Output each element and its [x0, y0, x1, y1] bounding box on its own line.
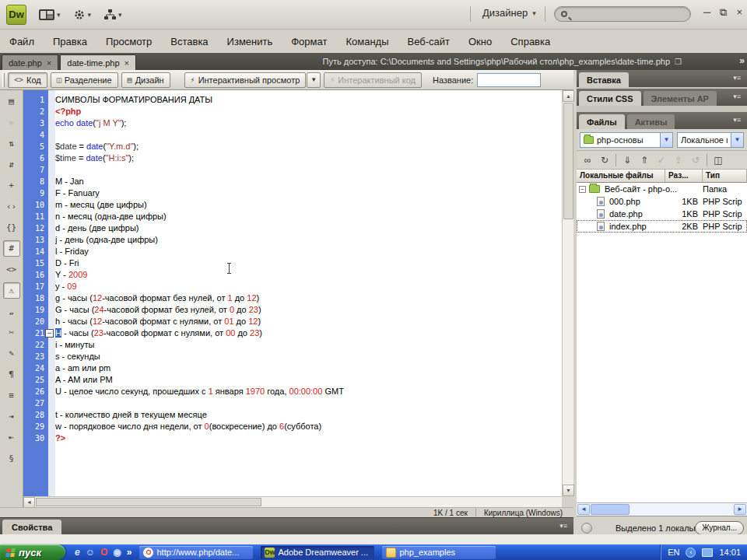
ie-icon[interactable]: e — [75, 544, 80, 560]
live-view-button[interactable]: ⚡ Интерактивный просмотр — [184, 72, 307, 88]
layout-switcher-icon[interactable]: ▾ — [39, 9, 61, 21]
line-numbers-button[interactable]: # — [3, 240, 20, 257]
extend-gear-icon[interactable]: ▾ — [73, 9, 92, 21]
menu-item[interactable]: Справка — [510, 36, 550, 47]
taskbar-task-dreamweaver[interactable]: DwAdobe Dreamweaver ... — [261, 546, 374, 559]
file-tree-row[interactable]: 000.php1KBPHP Scrip — [577, 195, 747, 208]
collapse-selection-button[interactable]: ⇵ — [3, 156, 20, 173]
tab-close-icon[interactable]: × — [124, 58, 129, 68]
scroll-right-button[interactable]: ► — [734, 504, 746, 515]
format-source-code-button[interactable]: § — [3, 450, 20, 467]
tab-css-styles[interactable]: Стили CSS — [579, 91, 641, 106]
collapse-marker-icon[interactable]: − — [45, 329, 54, 338]
live-view-options-arrow[interactable]: ▼ — [307, 72, 321, 88]
scroll-left-button[interactable]: ◄ — [577, 504, 590, 515]
file-tree-row[interactable]: date.php1KBPHP Scrip — [577, 208, 747, 220]
refresh-button[interactable]: ↻ — [597, 152, 612, 167]
column-header[interactable]: Локальные файлы — [577, 170, 665, 183]
highlight-invalid-code-button[interactable]: <> — [3, 261, 20, 278]
display-tray-icon[interactable] — [702, 548, 713, 557]
window-icon[interactable]: ❐ — [675, 58, 682, 66]
scroll-thumb[interactable] — [36, 498, 261, 506]
close-button[interactable]: × — [736, 6, 742, 19]
design-view-button[interactable]: ▤Дизайн — [121, 72, 170, 88]
menu-item[interactable]: Изменить — [227, 36, 273, 47]
expand-collapse-button[interactable]: ◫ — [710, 152, 726, 167]
wrap-tag-button[interactable]: ✎ — [3, 345, 20, 362]
workspace-switcher[interactable]: Дизайнер ▾ — [482, 7, 536, 19]
globe-icon[interactable]: ◉ — [113, 544, 121, 560]
view-select[interactable]: Локальное г ▼ — [677, 132, 744, 148]
dreamweaver-logo-icon[interactable]: Dw — [6, 5, 26, 25]
site-manager-icon[interactable]: ▾ — [103, 9, 122, 21]
tab-assets[interactable]: Активы — [627, 114, 675, 129]
document-title-input[interactable] — [477, 73, 541, 87]
scroll-thumb[interactable] — [563, 103, 573, 219]
scroll-down-button[interactable]: ▼ — [563, 485, 574, 496]
code-editor[interactable]: СИМВОЛЫ ФОРМАТИРОВАНИЯ ДАТЫ<?phpecho dat… — [55, 90, 562, 496]
language-indicator[interactable]: EN — [668, 548, 679, 557]
move-or-convert-css-button[interactable]: ≡ — [3, 387, 20, 404]
balance-braces-button[interactable]: {} — [3, 219, 20, 236]
chevron-down-icon[interactable]: ▼ — [660, 133, 672, 147]
column-header[interactable]: Тип — [703, 170, 747, 183]
indent-code-button[interactable]: ⇥ — [3, 408, 20, 425]
scroll-up-button[interactable]: ▲ — [563, 90, 574, 102]
taskbar-task-opera[interactable]: Ohttp://www.php/date... — [139, 546, 253, 559]
document-tab[interactable]: date-time.php× — [60, 54, 136, 70]
document-tab[interactable]: date.php× — [2, 54, 58, 70]
editor-horizontal-scrollbar[interactable]: ◄ — [23, 496, 562, 507]
tree-expander-icon[interactable]: − — [579, 186, 586, 193]
menu-item[interactable]: Веб-сайт — [408, 36, 450, 47]
code-view-button[interactable]: <>Код — [8, 72, 47, 88]
apply-comment-button[interactable]: „ — [3, 303, 20, 320]
get-files-button[interactable]: ⇓ — [619, 152, 635, 167]
hide-icons-chevron-icon[interactable]: ‹ — [686, 548, 696, 558]
column-header[interactable]: Раз... — [665, 170, 703, 183]
select-parent-tag-button[interactable]: ‹› — [3, 198, 20, 215]
tab-close-icon[interactable]: × — [47, 58, 51, 68]
file-tree-row[interactable]: index.php2KBPHP Scrip — [577, 220, 747, 233]
collapse-to-icons-button[interactable]: » — [739, 55, 744, 66]
menu-item[interactable]: Вставка — [170, 36, 208, 47]
file-tree-row[interactable]: −Веб-сайт - php-o...Папка — [577, 183, 747, 195]
syntax-error-alerts-button[interactable]: ⚠ — [3, 282, 20, 299]
taskbar-task-folder[interactable]: php_examples — [382, 546, 496, 559]
panel-menu-icon[interactable]: ▾≡ — [733, 116, 741, 124]
menu-item[interactable]: Правка — [53, 36, 87, 47]
collapse-full-tag-button[interactable]: ⇅ — [3, 135, 20, 152]
opera-icon[interactable]: O — [100, 544, 107, 560]
panel-menu-icon[interactable]: ▾≡ — [559, 522, 567, 530]
tab-insert[interactable]: Вставка — [579, 72, 629, 87]
outdent-code-button[interactable]: ⇤ — [3, 429, 20, 446]
menu-item[interactable]: Просмотр — [106, 36, 152, 47]
panel-menu-icon[interactable]: ▾≡ — [733, 74, 741, 82]
chevron-down-icon[interactable]: ▼ — [731, 133, 743, 147]
menu-item[interactable]: Формат — [291, 36, 327, 47]
open-documents-button[interactable]: ▤ — [3, 93, 20, 110]
site-select[interactable]: php-основы ▼ — [580, 132, 673, 148]
tab-ap-elements[interactable]: Элементы AP — [644, 91, 717, 106]
editor-vertical-scrollbar[interactable]: ▲ ▼ — [562, 90, 573, 496]
minimize-button[interactable]: ─ — [703, 6, 710, 19]
menu-item[interactable]: Файл — [9, 36, 34, 47]
overflow-chevron-icon[interactable]: » — [127, 544, 132, 560]
remove-comment-button[interactable]: ✂ — [3, 324, 20, 341]
split-view-button[interactable]: ◫Разделение — [51, 72, 118, 88]
scroll-left-button[interactable]: ◄ — [23, 497, 35, 508]
log-button[interactable]: Журнал... — [695, 521, 744, 535]
messenger-icon[interactable]: ☺ — [86, 544, 95, 560]
search-input[interactable] — [554, 6, 691, 22]
connect-to-remote-button[interactable]: ∞ — [580, 152, 595, 167]
recent-snippets-button[interactable]: ¶ — [3, 366, 20, 383]
scroll-thumb[interactable] — [591, 504, 630, 515]
tab-files[interactable]: Файлы — [579, 114, 625, 129]
menu-item[interactable]: Команды — [345, 36, 388, 47]
restore-button[interactable]: ⧉ — [720, 6, 727, 19]
menu-item[interactable]: Окно — [468, 36, 492, 47]
put-files-button[interactable]: ⇑ — [637, 152, 652, 167]
panel-menu-icon[interactable]: ▾≡ — [733, 93, 741, 100]
files-horizontal-scrollbar[interactable]: ◄ ► — [577, 502, 747, 516]
properties-tab[interactable]: Свойства — [2, 520, 61, 535]
expand-all-button[interactable]: + — [3, 177, 20, 194]
